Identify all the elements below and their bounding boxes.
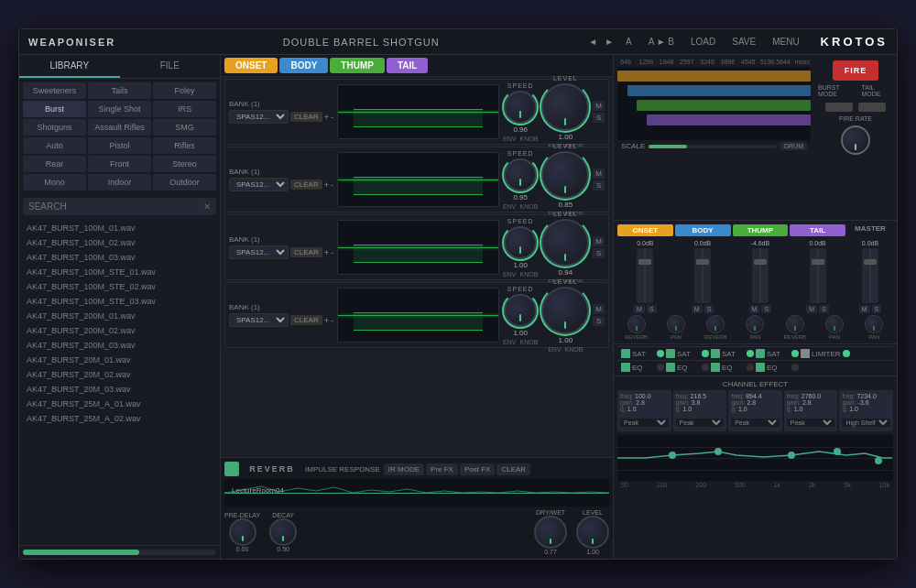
eq-toggle-1[interactable] bbox=[666, 363, 675, 372]
decay-knob[interactable] bbox=[269, 518, 297, 546]
cat-btn-stereo[interactable]: Stereo bbox=[153, 156, 216, 172]
cat-btn-outdoor[interactable]: Outdoor bbox=[153, 174, 216, 191]
limiter-dot[interactable] bbox=[843, 350, 850, 357]
post-fx-btn[interactable]: Post FX bbox=[460, 463, 495, 475]
ab-label[interactable]: A bbox=[621, 35, 637, 49]
speed-knob-2[interactable] bbox=[504, 226, 537, 259]
eq-type-select-4[interactable]: High Shelf bbox=[842, 419, 890, 427]
eq-type-select-2[interactable]: Peak bbox=[731, 419, 780, 427]
speed-knob-label-1[interactable]: KNOB bbox=[519, 203, 538, 210]
bank-clear-btn-1[interactable]: CLEAR bbox=[290, 180, 322, 190]
reverb-power-btn[interactable] bbox=[224, 462, 239, 476]
menu-btn[interactable]: MENU bbox=[768, 35, 803, 49]
bank-dropdown-1[interactable]: SPAS12... bbox=[229, 178, 289, 191]
level-env-label-3[interactable]: ENV bbox=[548, 346, 561, 353]
cat-btn-mono[interactable]: Mono bbox=[23, 174, 86, 191]
mixer-s-btn-1[interactable]: S bbox=[704, 305, 714, 313]
fader-2[interactable] bbox=[752, 248, 769, 303]
cat-btn-rear[interactable]: Rear bbox=[23, 156, 86, 172]
file-item[interactable]: AK47_BURST_100M_03.wav bbox=[19, 250, 220, 265]
mini-knob-3[interactable] bbox=[746, 315, 764, 333]
cat-btn-indoor[interactable]: Indoor bbox=[88, 174, 151, 191]
mini-knob-2[interactable] bbox=[706, 315, 725, 333]
eq-type-select-3[interactable]: Peak bbox=[787, 419, 835, 427]
level-knob-0[interactable] bbox=[541, 83, 589, 131]
nav-next-btn[interactable]: ► bbox=[605, 37, 614, 47]
speed-knob-3[interactable] bbox=[504, 294, 537, 327]
speed-knob-label-0[interactable]: KNOB bbox=[519, 136, 538, 142]
bank-plus-3[interactable]: + bbox=[324, 316, 329, 325]
speed-env-label-0[interactable]: ENV bbox=[503, 136, 516, 142]
eq-dot-0[interactable] bbox=[657, 364, 664, 371]
tab-thump[interactable]: THUMP bbox=[330, 58, 385, 73]
bank-minus-1[interactable]: - bbox=[331, 180, 333, 190]
cat-btn-rifles[interactable]: Rifles bbox=[153, 137, 216, 154]
tail-mode-toggle[interactable] bbox=[858, 103, 886, 112]
speed-env-label-1[interactable]: ENV bbox=[503, 203, 516, 210]
cat-btn-pistol[interactable]: Pistol bbox=[88, 137, 151, 154]
ab-arrow-btn[interactable]: A ► B bbox=[644, 35, 679, 49]
sat-toggle-1[interactable] bbox=[666, 349, 675, 358]
bank-minus-3[interactable]: - bbox=[331, 316, 333, 325]
level-knob-label-3[interactable]: KNOB bbox=[565, 346, 583, 353]
m-btn-3[interactable]: M bbox=[593, 304, 605, 314]
bank-plus-0[interactable]: + bbox=[324, 113, 329, 122]
file-item[interactable]: AK47_BURST_25M_A_02.wav bbox=[19, 411, 220, 426]
speed-knob-label-2[interactable]: KNOB bbox=[519, 271, 538, 278]
sat-dot-0[interactable] bbox=[657, 350, 664, 357]
bank-dropdown-3[interactable]: SPAS12... bbox=[229, 313, 289, 327]
s-btn-0[interactable]: S bbox=[593, 113, 605, 123]
m-btn-1[interactable]: M bbox=[593, 169, 605, 179]
mixer-s-btn-3[interactable]: S bbox=[819, 305, 829, 313]
bank-plus-1[interactable]: + bbox=[324, 180, 329, 190]
fader-4[interactable] bbox=[862, 248, 878, 303]
speed-knob-1[interactable] bbox=[504, 158, 537, 191]
cat-btn-shotguns[interactable]: Shotguns bbox=[23, 119, 86, 136]
mini-knob-6[interactable] bbox=[865, 315, 883, 333]
save-btn[interactable]: SAVE bbox=[727, 35, 760, 49]
search-clear-icon[interactable]: ✕ bbox=[203, 201, 211, 212]
bank-dropdown-2[interactable]: SPAS12... bbox=[229, 245, 289, 259]
mini-knob-1[interactable] bbox=[667, 315, 685, 333]
tab-library[interactable]: LIBRARY bbox=[19, 55, 120, 78]
cat-btn-smg[interactable]: SMG bbox=[153, 119, 216, 136]
cat-btn-tails[interactable]: Tails bbox=[88, 82, 151, 99]
sat-dot-2[interactable] bbox=[747, 350, 754, 357]
cat-btn-single-shot[interactable]: Single Shot bbox=[88, 101, 151, 117]
file-item[interactable]: AK47_BURST_20M_03.wav bbox=[19, 382, 220, 397]
mixer-m-btn-0[interactable]: M bbox=[634, 305, 645, 313]
sat-toggle-3[interactable] bbox=[756, 349, 765, 358]
burst-mode-toggle[interactable] bbox=[825, 103, 853, 112]
file-item[interactable]: AK47_BURST_100M_02.wav bbox=[19, 235, 220, 250]
search-input[interactable] bbox=[28, 201, 203, 212]
bank-clear-btn-0[interactable]: CLEAR bbox=[290, 112, 322, 122]
s-btn-1[interactable]: S bbox=[593, 180, 605, 191]
speed-env-label-3[interactable]: ENV bbox=[503, 339, 516, 345]
sat-dot-1[interactable] bbox=[702, 350, 709, 357]
mixer-s-btn-2[interactable]: S bbox=[761, 305, 771, 313]
mini-knob-0[interactable] bbox=[627, 315, 646, 333]
eq-dot-1[interactable] bbox=[702, 364, 709, 371]
bank-clear-btn-3[interactable]: CLEAR bbox=[290, 315, 322, 325]
file-item[interactable]: AK47_BURST_200M_03.wav bbox=[19, 338, 220, 353]
s-btn-2[interactable]: S bbox=[593, 248, 605, 258]
mixer-s-btn-4[interactable]: S bbox=[872, 305, 882, 313]
dry-wet-knob[interactable] bbox=[534, 516, 567, 549]
mini-knob-4[interactable] bbox=[786, 315, 804, 333]
mini-knob-5[interactable] bbox=[825, 315, 844, 333]
load-btn[interactable]: LOAD bbox=[686, 35, 720, 49]
eq-toggle-3[interactable] bbox=[756, 363, 765, 372]
eq-toggle-0[interactable] bbox=[621, 363, 630, 372]
tab-tail[interactable]: TAIL bbox=[387, 58, 428, 73]
bank-minus-0[interactable]: - bbox=[331, 113, 333, 122]
mixer-m-btn-2[interactable]: M bbox=[749, 305, 760, 313]
eq-dot-2[interactable] bbox=[747, 364, 754, 371]
fader-1[interactable] bbox=[694, 248, 711, 303]
tab-onset[interactable]: ONSET bbox=[224, 58, 278, 73]
cat-btn-foley[interactable]: Foley bbox=[153, 82, 216, 99]
eq-toggle-2[interactable] bbox=[711, 363, 720, 372]
file-item[interactable]: AK47_BURST_100M_STE_01.wav bbox=[19, 265, 220, 279]
drum-btn[interactable]: DRUM bbox=[780, 142, 807, 150]
speed-knob-label-3[interactable]: KNOB bbox=[519, 339, 538, 345]
tab-file[interactable]: FILE bbox=[120, 55, 221, 78]
